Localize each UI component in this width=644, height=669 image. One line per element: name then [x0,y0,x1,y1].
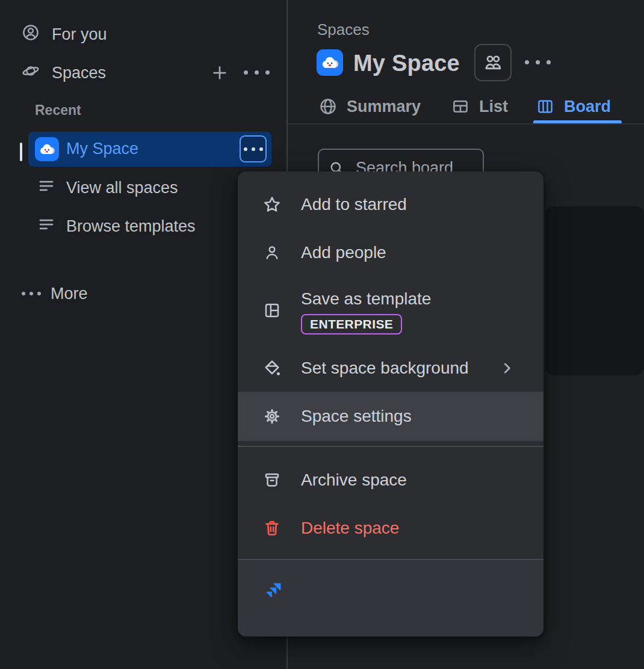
tab-summary[interactable]: Summary [319,96,421,117]
menu-item-label: Space settings [301,407,412,426]
tab-label: List [479,97,508,116]
space-avatar [35,137,59,161]
menu-item-set-space-background[interactable]: Set space background [238,345,543,391]
manage-people-button[interactable] [474,44,512,81]
sidebar-item-label: Spaces [52,64,106,82]
menu-item-delete-space[interactable]: Delete space [238,505,543,551]
chevron-right-icon [499,360,515,376]
sidebar-item-label: View all spaces [66,179,178,197]
sidebar-item-browse-templates[interactable]: Browse templates [37,215,196,237]
menu-item-label: Save as template [301,289,431,309]
star-icon [263,196,281,214]
menu-item-label: Delete space [301,519,399,538]
app-window: For you Spaces Recent [0,0,644,669]
breadcrumb[interactable]: Spaces [317,20,370,39]
list-lines-icon [37,215,55,238]
spaces-more-button[interactable] [244,70,270,75]
jira-logo-icon [264,581,283,600]
more-dots-icon [22,292,41,295]
planet-icon [22,62,40,84]
sidebar-item-for-you[interactable]: For you [22,23,107,46]
template-layout-icon [263,301,281,319]
menu-item-save-as-template[interactable]: Save as template [238,278,543,345]
menu-divider [238,446,543,447]
recent-section-heading: Recent [35,102,81,119]
list-lines-icon [37,177,55,199]
page-title: My Space [353,51,460,76]
space-avatar-large [317,49,343,76]
tab-board[interactable]: Board [536,96,611,117]
menu-item-label: Add to starred [301,195,407,214]
sidebar-item-view-all-spaces[interactable]: View all spaces [37,177,178,199]
sidebar-item-label: For you [52,25,107,44]
user-circle-icon [22,23,40,46]
sidebar-item-my-space[interactable]: My Space [28,132,271,167]
menu-item-label: Archive space [301,470,407,490]
sidebar-item-label: My Space [66,140,138,158]
sidebar-item-more[interactable]: More [22,283,88,304]
active-space-indicator [20,143,22,161]
archive-box-icon [263,471,281,489]
menu-item-add-to-starred[interactable]: Add to starred [238,182,543,227]
paint-bucket-icon [263,359,281,377]
sidebar-item-label: More [51,285,88,303]
header-more-button[interactable] [525,60,551,64]
sidebar-item-spaces[interactable]: Spaces [22,61,106,84]
menu-footer-space-type: Software space Team-managed [238,560,543,637]
sidebar-item-label: Browse templates [66,217,196,236]
tab-list[interactable]: List [451,96,508,117]
menu-item-label: Set space background [301,359,469,378]
menu-item-label: Add people [301,243,386,262]
menu-item-space-settings[interactable]: Space settings [238,392,543,441]
trash-icon [263,519,281,537]
person-icon [263,244,281,262]
space-options-button[interactable] [240,135,267,162]
menu-item-add-people[interactable]: Add people [238,230,543,276]
add-space-button[interactable] [211,64,229,84]
space-context-menu: Add to starred Add people Save as templa… [238,171,543,637]
gear-icon [263,407,281,425]
tab-label: Board [564,97,611,116]
tabs-divider [288,123,644,125]
globe-icon [319,97,337,116]
board-columns-icon [536,97,554,116]
board-column [545,206,644,375]
tab-label: Summary [347,97,421,116]
menu-item-archive-space[interactable]: Archive space [238,457,543,503]
table-icon [451,97,469,116]
enterprise-badge: ENTERPRISE [301,314,402,334]
